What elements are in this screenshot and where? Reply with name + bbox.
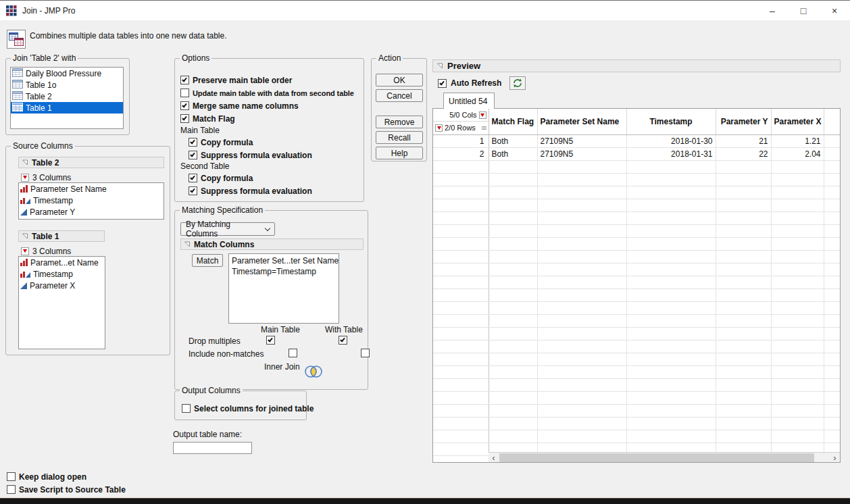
rows-corner-cell[interactable]: 2/0 Rows bbox=[433, 122, 489, 134]
minimize-button[interactable]: – bbox=[757, 1, 788, 21]
column-header[interactable]: Parameter X bbox=[771, 109, 824, 134]
table2-section-header[interactable]: Table 2 bbox=[18, 157, 164, 168]
preview-empty-row bbox=[433, 417, 840, 430]
column-header[interactable]: Timestamp bbox=[626, 109, 716, 134]
save-script-row[interactable]: Save Script to Source Table bbox=[7, 484, 126, 495]
option-row[interactable]: Match Flag bbox=[180, 114, 235, 124]
columns-menu-icon[interactable] bbox=[479, 111, 486, 119]
scrollbar-thumb[interactable] bbox=[499, 453, 814, 462]
match-columns-header[interactable]: Match Columns bbox=[180, 238, 364, 250]
keep-dialog-open-row[interactable]: Keep dialog open bbox=[7, 472, 86, 482]
cell[interactable]: 22 bbox=[716, 147, 771, 160]
option-row[interactable]: Suppress formula evaluation bbox=[189, 150, 312, 160]
help-button[interactable]: Help bbox=[376, 147, 423, 159]
ok-button[interactable]: OK bbox=[376, 74, 423, 86]
checkbox[interactable] bbox=[180, 101, 189, 110]
main-table-column-header: Main Table bbox=[261, 325, 300, 334]
cell[interactable]: 21 bbox=[716, 134, 771, 147]
table-list-item[interactable]: Table 2 bbox=[11, 91, 123, 102]
horizontal-scrollbar[interactable]: ‹ › bbox=[489, 452, 840, 462]
checkbox[interactable] bbox=[180, 76, 189, 84]
join-table-list: Daily Blood Pressure Table 1o Table 2 Ta… bbox=[10, 67, 124, 129]
option-row[interactable]: Merge same name columns bbox=[180, 101, 299, 111]
cell[interactable]: 2018-01-30 bbox=[626, 134, 716, 147]
row-number[interactable]: 1 bbox=[433, 134, 489, 147]
disclosure-icon bbox=[436, 61, 443, 71]
scroll-right-icon[interactable]: › bbox=[830, 453, 840, 463]
column-item[interactable]: Timestamp bbox=[19, 195, 164, 206]
red-triangle-menu-icon[interactable] bbox=[21, 174, 29, 182]
remove-button[interactable]: Remove bbox=[376, 116, 423, 128]
keep-dialog-open-checkbox[interactable] bbox=[7, 472, 16, 481]
empty-cell bbox=[626, 366, 716, 378]
drop-multiples-with-checkbox[interactable] bbox=[339, 336, 347, 345]
match-pair[interactable]: Timestamp=Timestamp bbox=[232, 266, 336, 277]
cell[interactable]: 1.21 bbox=[771, 134, 824, 147]
match-pair[interactable]: Parameter Set...ter Set Name bbox=[232, 255, 336, 266]
close-button[interactable]: × bbox=[819, 1, 850, 21]
rows-menu-icon[interactable] bbox=[435, 124, 443, 132]
table1-section-header[interactable]: Table 1 bbox=[18, 230, 105, 242]
table-list-item[interactable]: Daily Blood Pressure bbox=[11, 68, 123, 79]
column-item[interactable]: Timestamp bbox=[19, 268, 105, 280]
checkbox[interactable] bbox=[189, 174, 197, 182]
column-name: Parameter X bbox=[30, 281, 75, 291]
preview-title: Preview bbox=[447, 61, 480, 71]
checkbox[interactable] bbox=[189, 151, 197, 159]
row-number[interactable]: 2 bbox=[433, 147, 489, 160]
match-button[interactable]: Match bbox=[192, 254, 223, 267]
matching-method-dropdown[interactable]: By Matching Columns bbox=[180, 222, 275, 236]
column-item[interactable]: Paramet...et Name bbox=[19, 257, 105, 268]
column-header[interactable]: Parameter Y bbox=[716, 109, 771, 134]
column-header[interactable]: Parameter Set Name bbox=[537, 109, 626, 134]
preview-header[interactable]: Preview bbox=[432, 59, 841, 72]
column-item[interactable]: Parameter X bbox=[19, 280, 105, 291]
preview-empty-row bbox=[433, 327, 840, 340]
titlebar[interactable]: Join - JMP Pro – □ × bbox=[0, 0, 850, 20]
columns-corner-cell[interactable]: 5/0 Cols bbox=[433, 109, 489, 122]
match-pairs-list[interactable]: Parameter Set...ter Set Name Timestamp=T… bbox=[228, 253, 339, 324]
recall-button[interactable]: Recall bbox=[376, 131, 423, 144]
disclosure-icon bbox=[22, 232, 28, 241]
empty-cell bbox=[489, 276, 537, 288]
with-table-column-header: With Table bbox=[325, 325, 363, 334]
include-non-matches-main-checkbox[interactable] bbox=[289, 349, 297, 357]
table-list-item[interactable]: Table 1 bbox=[11, 102, 123, 114]
checkbox[interactable] bbox=[180, 89, 189, 97]
checkbox[interactable] bbox=[189, 138, 197, 147]
preview-tab[interactable]: Untitled 54 bbox=[443, 93, 495, 109]
checkbox[interactable] bbox=[180, 114, 189, 123]
red-triangle-menu-icon[interactable] bbox=[21, 247, 29, 255]
option-row[interactable]: Copy formula bbox=[189, 173, 253, 183]
cell[interactable]: 2.04 bbox=[771, 147, 824, 160]
select-columns-row[interactable]: Select columns for joined table bbox=[182, 403, 314, 413]
empty-cell bbox=[626, 276, 716, 288]
empty-cell bbox=[489, 340, 537, 353]
column-item[interactable]: Parameter Y bbox=[19, 206, 164, 218]
maximize-button[interactable]: □ bbox=[788, 1, 819, 21]
cell[interactable]: 2018-01-31 bbox=[626, 147, 716, 160]
cell[interactable]: Both bbox=[489, 134, 537, 147]
cell[interactable]: 27109N5 bbox=[537, 147, 626, 160]
checkbox[interactable] bbox=[182, 404, 191, 413]
option-row[interactable]: Preserve main table order bbox=[180, 75, 292, 85]
auto-refresh-checkbox[interactable] bbox=[438, 79, 447, 88]
scroll-left-icon[interactable]: ‹ bbox=[489, 453, 499, 463]
include-non-matches-with-checkbox[interactable] bbox=[361, 349, 370, 357]
column-header[interactable]: Match Flag bbox=[489, 109, 537, 134]
refresh-button[interactable] bbox=[509, 76, 526, 90]
option-row[interactable]: Suppress formula evaluation bbox=[189, 186, 312, 196]
save-script-checkbox[interactable] bbox=[7, 485, 16, 494]
drop-multiples-main-checkbox[interactable] bbox=[266, 336, 275, 345]
table-list-item[interactable]: Table 1o bbox=[11, 79, 123, 91]
option-row[interactable]: Update main table with data from second … bbox=[180, 88, 354, 98]
cell[interactable]: 27109N5 bbox=[537, 134, 626, 147]
option-row[interactable]: Copy formula bbox=[189, 137, 253, 147]
table-icon bbox=[12, 68, 23, 79]
column-item[interactable]: Parameter Set Name bbox=[19, 183, 164, 195]
cell[interactable]: Both bbox=[489, 147, 537, 160]
checkbox[interactable] bbox=[189, 186, 197, 195]
cancel-button[interactable]: Cancel bbox=[376, 89, 423, 102]
empty-cell bbox=[771, 366, 824, 378]
output-table-name-input[interactable] bbox=[173, 442, 252, 454]
